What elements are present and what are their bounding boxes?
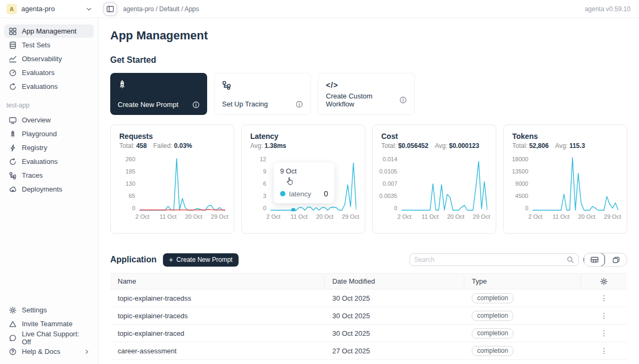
- sidebar-item-app-management[interactable]: App Management: [4, 24, 94, 38]
- gauge-icon: [9, 69, 17, 77]
- sidebar-item-label: Invite Teammate: [22, 320, 72, 328]
- info-icon[interactable]: [192, 101, 200, 109]
- help-icon: [9, 348, 17, 356]
- sidebar-item-evaluations-app[interactable]: Evaluations: [4, 155, 94, 168]
- app-date: 27 Oct 2025: [325, 347, 464, 355]
- column-header-date[interactable]: Date Modified: [325, 277, 464, 285]
- refresh-icon: [9, 82, 17, 91]
- page-title: App Management: [110, 29, 627, 43]
- app-date: 30 Oct 2025: [325, 294, 464, 302]
- chart-title: Requests: [119, 132, 225, 140]
- search-icon[interactable]: [567, 256, 574, 263]
- search-input[interactable]: [414, 256, 567, 263]
- type-badge: completion: [472, 311, 513, 321]
- sidebar-item-evaluators[interactable]: Evaluators: [4, 66, 94, 79]
- create-custom-workflow-card[interactable]: </> Create Custom Workflow: [318, 73, 415, 115]
- requests-line-chart[interactable]: 260195130650 2 Oct11 Oct20 Oct29 Oct: [119, 156, 225, 222]
- sidebar-item-deployments[interactable]: Deployments: [4, 183, 94, 196]
- create-new-prompt-button[interactable]: + Create New Prompt: [163, 253, 239, 267]
- chart-stats: Total:$0.056452 Avg:$0.000123: [381, 142, 487, 150]
- sidebar-item-label: Deployments: [22, 185, 62, 193]
- card-view-icon: [612, 257, 620, 263]
- column-header-type[interactable]: Type: [464, 277, 580, 285]
- type-badge: completion: [472, 293, 513, 303]
- workspace-name: agenta-pro: [21, 5, 81, 13]
- app-name: topic-explainer-traceds: [110, 312, 325, 320]
- sidebar-item-label: Playground: [22, 130, 57, 138]
- app-name: topic-explainer-traced: [110, 329, 325, 337]
- chart-title: Tokens: [512, 132, 618, 140]
- get-started-cards: Create New Prompt Set Up Tracing </> Cre…: [110, 73, 627, 115]
- table-row[interactable]: topic-explainer-tracedss 30 Oct 2025 com…: [110, 289, 627, 307]
- application-header: Application + Create New Prompt: [110, 253, 627, 267]
- table-row[interactable]: topic-explainer-traceds 30 Oct 2025 comp…: [110, 307, 627, 325]
- sidebar-item-test-sets[interactable]: Test Sets: [4, 38, 94, 52]
- table-header: Name Date Modified Type: [110, 273, 627, 289]
- tooltip-series: latency: [289, 190, 311, 198]
- mouse-cursor-icon: [285, 177, 295, 188]
- tree-icon: [9, 171, 17, 180]
- tooltip-row: latency 0: [280, 189, 328, 198]
- tokens-chart-card: Tokens Total:52,806 Avg:115.3 1800013500…: [503, 125, 627, 234]
- sidebar-item-observability[interactable]: Observability: [4, 52, 94, 65]
- set-up-tracing-card[interactable]: Set Up Tracing: [214, 73, 311, 115]
- view-toggle: [583, 253, 627, 267]
- sidebar-item-registry[interactable]: Registry: [4, 141, 94, 154]
- grid-icon: [9, 27, 17, 36]
- row-menu-button[interactable]: ⋮: [600, 311, 608, 320]
- type-badge: completion: [472, 328, 513, 338]
- latency-chart-card: Latency Avg:1.38ms 129630 2 Oct11 Oct20 …: [241, 125, 365, 234]
- cost-line-chart[interactable]: 0.0140.01050.0070.00350 2 Oct11 Oct20 Oc…: [381, 156, 487, 222]
- chart-stats: Total:458 Failed:0.03%: [119, 142, 225, 150]
- breadcrumb[interactable]: agenta-pro / Default / Apps: [123, 5, 199, 13]
- column-header-name[interactable]: Name: [110, 277, 325, 285]
- table-view-button[interactable]: [584, 253, 605, 267]
- app-name: topic-explainer-tracedss: [110, 294, 325, 302]
- sidebar-item-help-docs[interactable]: Help & Docs: [4, 345, 94, 358]
- main-content: App Management Get Started Create New Pr…: [99, 18, 639, 364]
- app-name: career-assessment: [110, 347, 325, 355]
- sidebar-item-playground[interactable]: Playground: [4, 127, 94, 140]
- sidebar-item-evaluations[interactable]: Evaluations: [4, 80, 94, 93]
- info-icon[interactable]: [399, 96, 407, 104]
- row-menu-button[interactable]: ⋮: [600, 329, 608, 337]
- sidebar-item-label: Evaluations: [22, 82, 58, 90]
- sidebar: App Management Test Sets Observability E…: [0, 18, 99, 364]
- chart-title: Cost: [381, 132, 487, 140]
- sidebar-item-label: Test Sets: [22, 41, 50, 49]
- tokens-line-chart[interactable]: 1800013500900045000 2 Oct11 Oct20 Oct29 …: [512, 156, 618, 222]
- create-new-prompt-card[interactable]: Create New Prompt: [110, 73, 207, 115]
- rocket-icon: [9, 130, 17, 138]
- sidebar-item-settings[interactable]: Settings: [4, 303, 94, 317]
- sidebar-toggle-button[interactable]: [103, 2, 118, 16]
- sidebar-item-live-chat[interactable]: Live Chat Support: Off: [4, 331, 94, 344]
- card-label: Create New Prompt: [118, 101, 178, 109]
- table-row[interactable]: career-assessment 27 Oct 2025 completion…: [110, 342, 627, 360]
- sidebar-section-label: test-app: [6, 102, 94, 109]
- sidebar-item-overview[interactable]: Overview: [4, 113, 94, 127]
- sidebar-item-label: Live Chat Support: Off: [22, 330, 89, 346]
- info-icon[interactable]: [296, 101, 303, 108]
- search-box: [409, 253, 579, 266]
- rocket-icon: [118, 79, 200, 90]
- sidebar-item-label: Settings: [22, 306, 47, 314]
- sidebar-item-label: Evaluators: [22, 69, 54, 77]
- card-view-button[interactable]: [605, 253, 627, 267]
- row-menu-button[interactable]: ⋮: [600, 346, 608, 355]
- table-row[interactable]: topic-explainer-traced 30 Oct 2025 compl…: [110, 325, 627, 342]
- type-badge: completion: [472, 346, 513, 356]
- chevron-down-icon: [86, 6, 92, 12]
- sidebar-item-invite-teammate[interactable]: Invite Teammate: [4, 317, 94, 330]
- card-label: Create Custom Workflow: [326, 92, 399, 108]
- app-date: 30 Oct 2025: [325, 329, 464, 337]
- trace-tree-icon: [222, 80, 303, 90]
- table-icon: [9, 41, 17, 49]
- chart-stats: Avg:1.38ms: [250, 142, 356, 150]
- row-menu-button[interactable]: ⋮: [600, 294, 608, 302]
- sidebar-item-label: Registry: [22, 144, 47, 152]
- cloud-icon: [9, 185, 17, 194]
- table-settings-gear-icon[interactable]: [600, 278, 608, 285]
- workspace-selector[interactable]: A agenta-pro: [0, 0, 99, 18]
- sidebar-item-traces[interactable]: Traces: [4, 169, 94, 182]
- chat-icon: [9, 334, 17, 342]
